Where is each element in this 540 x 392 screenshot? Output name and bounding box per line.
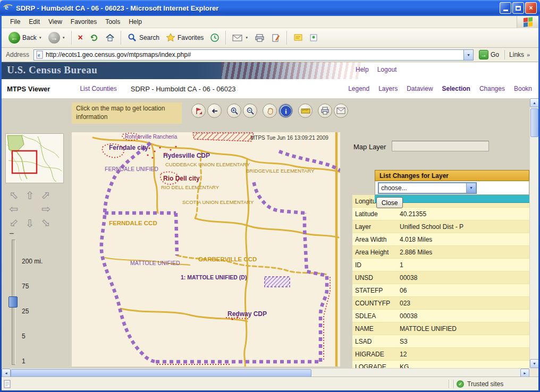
changes-layer-select[interactable]: choose... ▼ [378, 183, 476, 193]
refresh-button[interactable] [87, 31, 102, 44]
info-row-label: Layer [352, 223, 398, 231]
viewer-nav-link[interactable]: Legend [348, 85, 369, 92]
viewer-nav-link[interactable]: Layers [378, 85, 398, 92]
back-arrow-icon: ← [9, 32, 20, 44]
vertical-scrollbar[interactable]: ▲ ▼ [529, 98, 538, 368]
chevron-down-icon[interactable]: ▼ [466, 183, 476, 193]
menu-item[interactable]: File [6, 16, 24, 27]
viewer-nav-link[interactable]: Changes [479, 85, 505, 92]
scroll-left-button[interactable]: ◄ [2, 369, 11, 378]
ruler-icon [301, 107, 310, 115]
scale-label: 75 [22, 283, 43, 308]
info-row-value: 06 [398, 287, 407, 294]
pan-button[interactable] [263, 104, 277, 118]
scroll-right-button[interactable]: ► [520, 369, 529, 378]
minimize-button[interactable] [500, 2, 511, 14]
scroll-up-button[interactable]: ▲ [530, 98, 539, 107]
menu-item[interactable]: View [44, 16, 66, 27]
menu-item[interactable]: Edit [24, 16, 44, 27]
close-panel-button[interactable]: Close [376, 197, 403, 208]
refresh-icon [89, 33, 99, 42]
windows-logo-icon [517, 16, 538, 28]
home-button[interactable] [103, 31, 117, 44]
back-arrow-icon [210, 107, 219, 115]
maximize-button[interactable] [512, 2, 524, 14]
scale-slider-handle[interactable] [9, 296, 18, 308]
info-row-label: Latitude [352, 210, 398, 218]
messenger-button[interactable] [307, 32, 320, 44]
note-icon [293, 33, 303, 42]
toolbar-separator [71, 31, 72, 45]
close-button[interactable]: × [525, 2, 537, 14]
browser-window: e SDRP - Humboldt CA - 06 - 06023 - Micr… [0, 0, 540, 392]
horizontal-scrollbar[interactable]: ◄ ► [2, 368, 529, 377]
horizontal-scroll-thumb[interactable] [11, 369, 311, 377]
viewer-title: MTPS Viewer [7, 85, 50, 93]
svg-text:e: e [5, 3, 9, 11]
info-row: Area Width 4.018 Miles [352, 233, 529, 246]
viewer-nav-link[interactable]: Bookn [514, 85, 532, 92]
select-marker-button[interactable] [191, 104, 206, 118]
zoom-in-button[interactable] [227, 104, 241, 118]
scale-label: 1 [22, 357, 43, 368]
favorites-button[interactable]: Favorites [163, 31, 206, 44]
links-menu[interactable]: Links » [504, 50, 534, 59]
info-row: ID 1 [352, 259, 529, 271]
search-button[interactable]: Search [125, 31, 162, 44]
map-label: Rio Dell city [163, 175, 200, 182]
measure-button[interactable] [298, 104, 313, 118]
zoom-in-icon [230, 107, 239, 115]
info-row-value: 00038 [398, 274, 417, 282]
forward-button[interactable]: → ▼ [46, 30, 68, 45]
edit-button[interactable] [268, 32, 283, 44]
info-row-value: 2.886 Miles [398, 249, 432, 256]
stop-icon: × [78, 33, 83, 42]
go-icon: → [479, 50, 488, 59]
stop-button[interactable]: × [75, 32, 86, 44]
print-map-button[interactable] [318, 104, 332, 118]
scroll-down-button[interactable]: ▼ [530, 359, 539, 368]
help-link[interactable]: Help [356, 66, 369, 73]
back-button[interactable]: ← Back ▼ [6, 30, 45, 45]
mail-button[interactable]: ▼ [230, 32, 251, 44]
address-dropdown-button[interactable]: ▼ [463, 50, 473, 60]
info-row-label: Area Width [352, 236, 398, 243]
status-separator [449, 380, 450, 388]
map-instruction: Click on the map to get location informa… [72, 103, 182, 124]
viewer-nav-link[interactable]: Dataview [407, 85, 433, 92]
history-button[interactable] [207, 31, 222, 44]
map-layer-input[interactable] [392, 141, 489, 151]
toolbar-separator [121, 31, 122, 45]
mail-icon [232, 33, 243, 42]
title-bar[interactable]: e SDRP - Humboldt CA - 06 - 06023 - Micr… [0, 0, 540, 16]
address-input[interactable] [46, 50, 461, 59]
address-input-wrap: e ▼ [33, 49, 474, 61]
map-layer-label: Map Layer [353, 143, 386, 151]
email-map-button[interactable] [334, 104, 348, 118]
list-counties-link[interactable]: List Counties [80, 85, 116, 92]
toolbar-separator [286, 31, 288, 45]
previous-extent-button[interactable] [207, 104, 222, 118]
printer-icon [320, 107, 330, 115]
info-button[interactable]: i [279, 104, 293, 118]
menu-item[interactable]: Help [124, 16, 146, 27]
content-area: Click on the map to get location informa… [2, 98, 529, 368]
census-bureau-title: U.S. Census Bureau [7, 64, 97, 76]
zoom-out-button[interactable] [243, 104, 257, 118]
viewer-nav-link[interactable]: Selection [442, 85, 470, 92]
vertical-scroll-thumb[interactable] [530, 108, 538, 137]
overview-map[interactable] [5, 133, 64, 183]
menu-item[interactable]: Favorites [66, 16, 101, 27]
ie-logo-icon: e [3, 2, 13, 14]
discuss-button[interactable] [291, 32, 306, 44]
go-button[interactable]: → Go [476, 50, 502, 59]
pan-north-button[interactable]: ⇧ [22, 189, 38, 202]
page-icon [4, 380, 11, 388]
info-row: Area Height 2.886 Miles [352, 246, 529, 259]
scale-labels: 200 mi.752551 [22, 258, 43, 368]
logout-link[interactable]: Logout [377, 66, 397, 73]
map-canvas[interactable]: Rohnerville RancheriaFerndale cityHydesv… [72, 132, 340, 367]
map-tools-toolbar: i [191, 104, 348, 118]
print-button[interactable] [252, 32, 267, 44]
menu-item[interactable]: Tools [101, 16, 124, 27]
